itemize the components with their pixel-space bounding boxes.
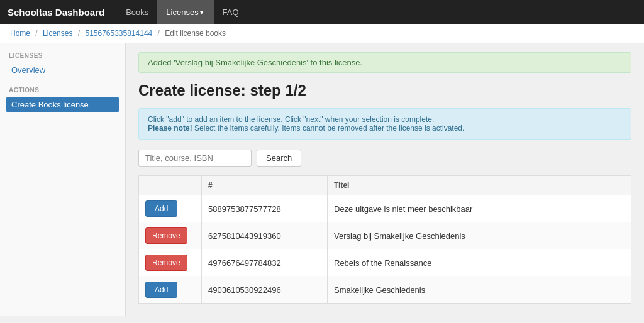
navbar-nav: Books Licenses FAQ	[117, 0, 247, 24]
sidebar-item-overview[interactable]: Overview	[6, 62, 119, 78]
col-header-action	[139, 176, 202, 195]
table-cell-action: Add	[139, 276, 202, 304]
table-header-row: # Titel	[139, 176, 631, 195]
col-header-number: #	[202, 176, 328, 195]
sidebar: LICENSES Overview ACTIONS Create Books l…	[0, 43, 126, 316]
sidebar-section-label-actions: ACTIONS	[6, 87, 119, 94]
search-row: Search	[138, 150, 631, 167]
table-cell-number: 5889753877577728	[202, 195, 328, 222]
table-cell-title: Rebels of the Renaissance	[328, 249, 631, 276]
breadcrumb-licenses[interactable]: Licenses	[43, 29, 72, 38]
breadcrumb-home[interactable]: Home	[10, 29, 30, 38]
breadcrumb: Home / Licenses / 5156765335814144 / Edi…	[0, 24, 644, 43]
table-cell-action: Add	[139, 195, 202, 222]
nav-faq[interactable]: FAQ	[214, 0, 248, 24]
alert-success: Added 'Verslag bij Smakelijke Geschieden…	[138, 52, 631, 73]
search-button[interactable]: Search	[257, 150, 301, 167]
col-header-title: Titel	[328, 176, 631, 195]
sidebar-section-licenses: LICENSES Overview	[6, 52, 119, 78]
table-row: Remove6275810443919360Verslag bij Smakel…	[139, 222, 631, 249]
table-cell-title: Verslag bij Smakelijke Geschiedenis	[328, 222, 631, 249]
add-button[interactable]: Add	[145, 200, 177, 217]
info-line2: Please note! Select the items carefully.…	[148, 124, 622, 133]
info-line2-bold: Please note!	[148, 124, 192, 133]
table-row: Remove4976676497784832Rebels of the Rena…	[139, 249, 631, 276]
breadcrumb-license-id[interactable]: 5156765335814144	[85, 29, 152, 38]
main-layout: LICENSES Overview ACTIONS Create Books l…	[0, 43, 644, 316]
table-cell-title: Deze uitgave is niet meer beschikbaar	[328, 195, 631, 222]
table-cell-number: 4903610530922496	[202, 276, 328, 304]
nav-books[interactable]: Books	[117, 0, 157, 24]
data-table: # Titel Add5889753877577728Deze uitgave …	[138, 175, 631, 304]
main-content: Added 'Verslag bij Smakelijke Geschieden…	[126, 43, 644, 316]
info-box: Click "add" to add an item to the licens…	[138, 108, 631, 140]
remove-button[interactable]: Remove	[145, 255, 187, 271]
sidebar-section-actions: ACTIONS Create Books license	[6, 87, 119, 112]
sidebar-item-create-books-license[interactable]: Create Books license	[6, 97, 119, 112]
table-cell-title: Smakelijke Geschiedenis	[328, 276, 631, 304]
navbar-brand: Schooltas Dashboard	[8, 7, 104, 18]
add-button[interactable]: Add	[145, 282, 177, 298]
remove-button[interactable]: Remove	[145, 227, 187, 244]
table-cell-action: Remove	[139, 249, 202, 276]
table-row: Add5889753877577728Deze uitgave is niet …	[139, 195, 631, 222]
table-cell-number: 6275810443919360	[202, 222, 328, 249]
info-line1: Click "add" to add an item to the licens…	[148, 115, 622, 124]
sidebar-section-label-licenses: LICENSES	[6, 52, 119, 59]
navbar: Schooltas Dashboard Books Licenses FAQ	[0, 0, 644, 24]
table-cell-action: Remove	[139, 222, 202, 249]
info-line2-rest: Select the items carefully. Items cannot…	[192, 124, 465, 133]
nav-licenses[interactable]: Licenses	[157, 0, 213, 24]
table-row: Add4903610530922496Smakelijke Geschieden…	[139, 276, 631, 304]
search-input[interactable]	[138, 150, 252, 167]
table-cell-number: 4976676497784832	[202, 249, 328, 276]
breadcrumb-current: Edit license books	[165, 29, 226, 38]
page-title: Create license: step 1/2	[138, 82, 631, 99]
